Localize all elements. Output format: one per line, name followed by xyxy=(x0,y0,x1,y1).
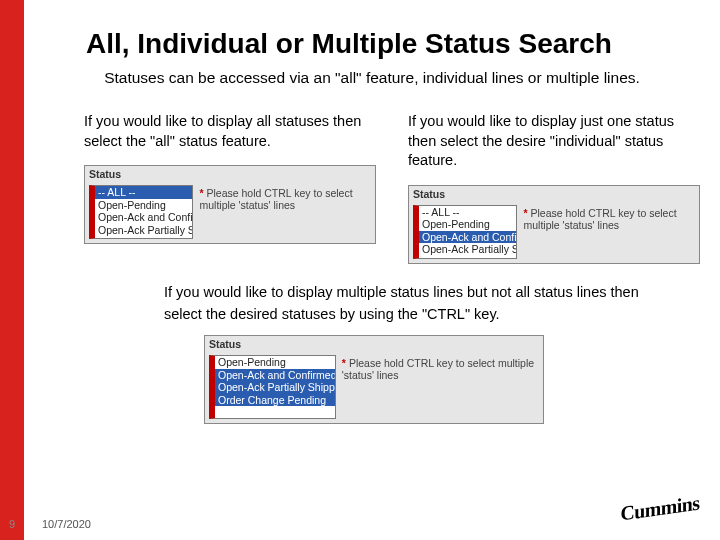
page-subtitle: Statuses can be accessed via an "all" fe… xyxy=(24,68,720,112)
slide-footer: 9 10/7/2020 xyxy=(0,518,720,530)
status-label: Status xyxy=(409,186,699,202)
right-instruction: If you would like to display just one st… xyxy=(408,112,700,171)
list-item[interactable]: -- ALL -- xyxy=(95,186,192,199)
list-item[interactable]: Open-Ack and Confirmed xyxy=(419,231,516,244)
slide-content: All, Individual or Multiple Status Searc… xyxy=(24,0,720,540)
list-item[interactable]: Open-Pending xyxy=(419,218,516,231)
status-hint: * Please hold CTRL key to select multipl… xyxy=(523,205,695,259)
status-listbox-all[interactable]: -- ALL -- Open-Pending Open-Ack and Conf… xyxy=(89,185,193,239)
list-item[interactable]: Open-Ack Partially Shipped xyxy=(419,243,516,256)
status-label: Status xyxy=(85,166,375,182)
right-column: If you would like to display just one st… xyxy=(408,112,700,264)
left-instruction: If you would like to display all statuse… xyxy=(84,112,376,151)
status-label: Status xyxy=(205,336,543,352)
status-listbox-individual[interactable]: -- ALL -- Open-Pending Open-Ack and Conf… xyxy=(413,205,517,259)
list-item[interactable]: Order Change Pending xyxy=(215,394,335,407)
status-widget-all: Status -- ALL -- Open-Pending Open-Ack a… xyxy=(84,165,376,244)
status-hint: * Please hold CTRL key to select multipl… xyxy=(199,185,371,239)
list-item[interactable]: Open-Pending xyxy=(95,199,192,212)
middle-instruction: If you would like to display multiple st… xyxy=(24,264,720,336)
list-item[interactable]: Open-Pending xyxy=(215,356,335,369)
list-item[interactable]: Open-Ack Partially Shipped xyxy=(215,381,335,394)
list-item[interactable]: -- ALL -- xyxy=(419,206,516,219)
status-widget-multiple: Status Open-Pending Open-Ack and Confirm… xyxy=(204,335,544,424)
left-column: If you would like to display all statuse… xyxy=(84,112,376,264)
two-column-row: If you would like to display all statuse… xyxy=(24,112,720,264)
status-hint: * Please hold CTRL key to select multipl… xyxy=(342,355,539,419)
list-item[interactable]: Open-Ack and Confirmed xyxy=(95,211,192,224)
middle-widget-wrap: Status Open-Pending Open-Ack and Confirm… xyxy=(24,335,720,424)
list-item[interactable]: Open-Ack and Confirmed xyxy=(215,369,335,382)
accent-sidebar xyxy=(0,0,24,540)
page-title: All, Individual or Multiple Status Searc… xyxy=(24,0,720,68)
page-number: 9 xyxy=(0,518,24,530)
status-listbox-multiple[interactable]: Open-Pending Open-Ack and Confirmed Open… xyxy=(209,355,336,419)
footer-date: 10/7/2020 xyxy=(24,518,91,530)
status-widget-individual: Status -- ALL -- Open-Pending Open-Ack a… xyxy=(408,185,700,264)
list-item[interactable]: Open-Ack Partially Shipped xyxy=(95,224,192,237)
